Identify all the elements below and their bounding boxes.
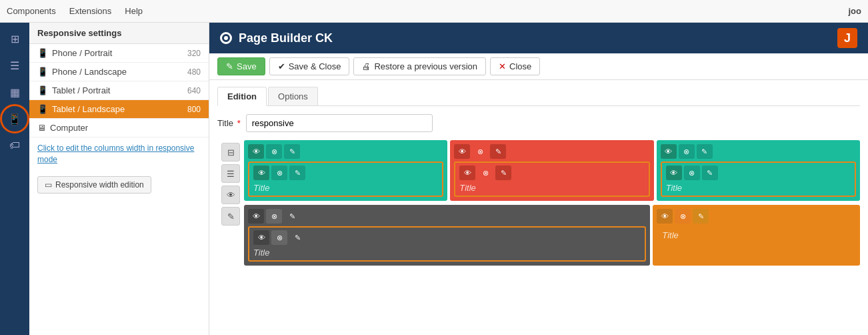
tabs-container: Edition Options <box>217 87 860 106</box>
close-button[interactable]: ✕ Close <box>490 57 540 75</box>
page-builder-title: Page Builder CK <box>239 31 333 45</box>
device-row-tablet-portrait[interactable]: 📱 Tablet / Portrait 640 <box>29 81 209 100</box>
inner-2-cross-btn[interactable]: ⊗ <box>477 165 493 180</box>
block-2-eye-btn[interactable]: 👁 <box>454 144 470 159</box>
block-3-actions: 👁 ⊗ ✎ <box>661 144 856 159</box>
inner-2-edit-btn[interactable]: ✎ <box>495 165 511 180</box>
inner-4-title: Title <box>253 248 641 258</box>
title-input[interactable] <box>246 114 433 132</box>
inner-3-cross-btn[interactable]: ⊗ <box>684 165 700 180</box>
phone-landscape-icon: 📱 <box>37 67 48 77</box>
inner-1-edit-btn[interactable]: ✎ <box>289 165 305 180</box>
responsive-width-icon: ▭ <box>45 180 52 190</box>
save-button[interactable]: ✎ Save <box>217 57 265 75</box>
inner-1-cross-btn[interactable]: ⊗ <box>271 165 287 180</box>
save-close-button[interactable]: ✔ Save & Close <box>269 57 350 75</box>
sidebar-device-icon[interactable]: 📱 <box>3 107 27 131</box>
inner-4-eye-btn[interactable]: 👁 <box>253 230 269 245</box>
grid-row-1: 👁 ⊗ ✎ 👁 ⊗ ✎ Title <box>244 140 860 201</box>
block-1-edit-btn[interactable]: ✎ <box>284 144 300 159</box>
block-4-inner: 👁 ⊗ ✎ Title <box>248 226 646 262</box>
device-row-phone-portrait[interactable]: 📱 Phone / Portrait 320 <box>29 44 209 63</box>
tab-edition[interactable]: Edition <box>217 87 267 106</box>
content-area: Title * ⊟ ☰ 👁 ✎ <box>209 106 868 335</box>
icon-sidebar: ⊞ ☰ ▦ 📱 🏷 <box>0 23 29 335</box>
inner-4-actions: 👁 ⊗ ✎ <box>253 230 641 245</box>
block-5-eye-btn[interactable]: 👁 <box>657 209 673 224</box>
columns-tool[interactable]: ⊟ <box>221 143 240 161</box>
tablet-landscape-value: 800 <box>187 105 201 114</box>
inner-1-eye-btn[interactable]: 👁 <box>253 165 269 180</box>
menu-help[interactable]: Help <box>125 6 143 16</box>
block-1-eye-btn[interactable]: 👁 <box>248 144 264 159</box>
block-5-cross-btn[interactable]: ⊗ <box>675 209 691 224</box>
sidebar-puzzle-icon[interactable]: ⊞ <box>3 27 27 51</box>
menu-extensions[interactable]: Extensions <box>69 6 112 16</box>
block-4-cross-btn[interactable]: ⊗ <box>266 209 282 224</box>
inner-5-title: Title <box>662 230 851 240</box>
block-3-cross-btn[interactable]: ⊗ <box>679 144 695 159</box>
inner-3-eye-btn[interactable]: 👁 <box>666 165 682 180</box>
sidebar-tag-icon[interactable]: 🏷 <box>3 133 27 157</box>
click-hint-text: Click to edit the columns width in respo… <box>29 137 209 171</box>
block-3-edit-btn[interactable]: ✎ <box>697 144 713 159</box>
title-row: Title * <box>217 114 860 132</box>
responsive-width-label: Responsive width edition <box>55 180 144 190</box>
canvas-tools: ⊟ ☰ 👁 ✎ <box>217 140 244 266</box>
sidebar-file-icon[interactable]: ☰ <box>3 53 27 77</box>
joomla-user-label: joo <box>849 6 862 16</box>
device-row-tablet-landscape[interactable]: 📱 Tablet / Landscape 800 <box>29 100 209 119</box>
block-2-inner: 👁 ⊗ ✎ Title <box>454 161 649 197</box>
builder-canvas: ⊟ ☰ 👁 ✎ 👁 ⊗ ✎ <box>217 140 860 266</box>
inner-4-edit-btn[interactable]: ✎ <box>289 230 305 245</box>
block-2-edit-btn[interactable]: ✎ <box>490 144 506 159</box>
block-orange-1: 👁 ⊗ ✎ Title <box>653 205 860 266</box>
tab-options[interactable]: Options <box>268 87 318 105</box>
block-2-cross-btn[interactable]: ⊗ <box>472 144 488 159</box>
inner-2-title: Title <box>459 183 644 193</box>
inner-3-edit-btn[interactable]: ✎ <box>702 165 718 180</box>
save-label: Save <box>237 61 257 71</box>
responsive-width-edition-button[interactable]: ▭ Responsive width edition <box>37 176 151 194</box>
device-row-phone-landscape[interactable]: 📱 Phone / Landscape 480 <box>29 63 209 81</box>
block-1-cross-btn[interactable]: ⊗ <box>266 144 282 159</box>
restore-label: Restore a previous version <box>374 61 477 71</box>
inner-2-eye-btn[interactable]: 👁 <box>459 165 475 180</box>
block-3-inner: 👁 ⊗ ✎ Title <box>661 161 856 197</box>
block-4-edit-btn[interactable]: ✎ <box>284 209 300 224</box>
edit-tool[interactable]: ✎ <box>221 207 240 226</box>
phone-portrait-label: Phone / Portrait <box>52 48 112 58</box>
block-5-inner: Title <box>657 226 856 260</box>
block-red-1: 👁 ⊗ ✎ 👁 ⊗ ✎ Title <box>450 140 653 201</box>
rows-tool[interactable]: ☰ <box>221 164 240 183</box>
click-hint-link[interactable]: Click to edit the columns width in respo… <box>37 143 194 164</box>
inner-3-title: Title <box>666 183 851 193</box>
device-row-computer[interactable]: 🖥 Computer <box>29 119 209 137</box>
tablet-portrait-icon: 📱 <box>37 85 48 95</box>
tablet-portrait-value: 640 <box>187 86 201 95</box>
tab-area: Edition Options <box>209 80 868 106</box>
block-3-eye-btn[interactable]: 👁 <box>661 144 677 159</box>
inner-4-cross-btn[interactable]: ⊗ <box>271 230 287 245</box>
block-1-actions: 👁 ⊗ ✎ <box>248 144 443 159</box>
visibility-tool[interactable]: 👁 <box>221 186 240 204</box>
computer-icon: 🖥 <box>37 123 46 133</box>
toolbar: ✎ Save ✔ Save & Close 🖨 Restore a previo… <box>209 53 868 80</box>
rows-area: 👁 ⊗ ✎ 👁 ⊗ ✎ Title <box>244 140 860 266</box>
menu-components[interactable]: Components <box>7 6 56 16</box>
restore-button[interactable]: 🖨 Restore a previous version <box>353 57 486 75</box>
tablet-portrait-label: Tablet / Portrait <box>52 85 110 95</box>
responsive-panel-title: Responsive settings <box>29 23 209 44</box>
block-4-eye-btn[interactable]: 👁 <box>248 209 264 224</box>
inner-1-actions: 👁 ⊗ ✎ <box>253 165 438 180</box>
block-5-actions: 👁 ⊗ ✎ <box>657 209 856 224</box>
inner-3-actions: 👁 ⊗ ✎ <box>666 165 851 180</box>
sidebar-device-wrapper: 📱 <box>3 107 27 131</box>
sidebar-grid-icon[interactable]: ▦ <box>3 80 27 104</box>
block-5-edit-btn[interactable]: ✎ <box>693 209 709 224</box>
joomla-x-logo: J <box>837 28 857 48</box>
computer-label: Computer <box>50 123 88 133</box>
phone-landscape-label: Phone / Landscape <box>52 67 127 77</box>
main-content: Page Builder CK J ✎ Save ✔ Save & Close … <box>209 23 868 335</box>
block-1-inner: 👁 ⊗ ✎ Title <box>248 161 443 197</box>
